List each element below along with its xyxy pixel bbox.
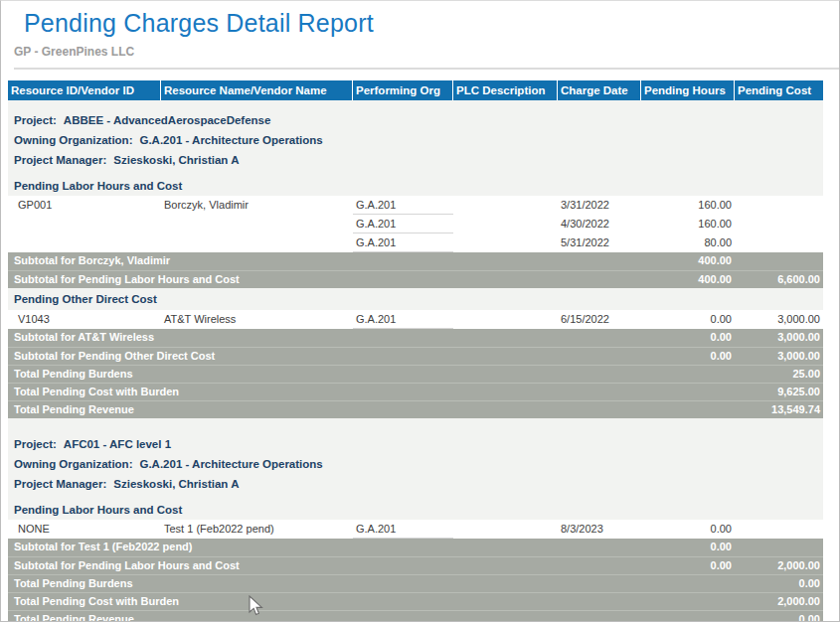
cell-resource-id: GP001	[8, 196, 161, 215]
cell-pending-hours: 0.00	[641, 520, 735, 539]
owning-org-row: Owning Organization:G.A.201 - Architectu…	[8, 454, 823, 474]
cell-charge-date: 5/31/2022	[558, 233, 641, 252]
cell-resource-name: AT&T Wireless	[161, 310, 353, 329]
total-cost: 25.00	[735, 366, 823, 383]
cell-plc-description	[453, 196, 558, 215]
subtotal-label: Subtotal for Test 1 (Feb2022 pend)	[8, 539, 641, 556]
labor-detail-row: NONE Test 1 (Feb2022 pend) G.A.201 8/3/2…	[8, 520, 823, 539]
cell-plc-description	[453, 215, 558, 233]
table-header-row: Resource ID/Vendor ID Resource Name/Vend…	[8, 80, 823, 100]
subtotal-label: Subtotal for Borczyk, Vladimir	[8, 252, 641, 270]
project-manager-row: Project Manager:Szieskoski, Christian A	[8, 150, 823, 170]
total-cost: 2,000.00	[735, 593, 823, 610]
project-section-header: Project:ABBEE - AdvancedAerospaceDefense…	[8, 100, 823, 170]
project-manager-value: Szieskoski, Christian A	[113, 478, 239, 490]
project-value: ABBEE - AdvancedAerospaceDefense	[64, 114, 271, 126]
section-label-pending-labor: Pending Labor Hours and Cost	[8, 500, 823, 520]
total-row: Total Pending Revenue 0.00	[8, 610, 823, 622]
labor-detail-row: G.A.201 5/31/2022 80.00	[8, 233, 823, 252]
cell-resource-name: Test 1 (Feb2022 pend)	[161, 520, 353, 539]
cell-plc-description	[453, 233, 558, 252]
cell-plc-description	[453, 520, 558, 539]
labor-detail-row: GP001 Borczyk, Vladimir G.A.201 3/31/202…	[8, 196, 823, 215]
cell-performing-org: G.A.201	[353, 310, 453, 329]
project-manager-label: Project Manager:	[14, 154, 106, 166]
subtotal-hours: 0.00	[641, 557, 735, 574]
cell-pending-cost	[735, 215, 823, 233]
cell-pending-cost	[735, 196, 823, 215]
subtotal-label: Subtotal for AT&T Wireless	[8, 329, 641, 347]
subtotal-cost	[735, 252, 823, 270]
total-hours	[641, 384, 735, 400]
subtotal-hours: 400.00	[641, 252, 735, 270]
total-hours	[641, 593, 735, 610]
cell-pending-hours: 160.00	[641, 196, 735, 215]
subtotal-cost: 6,600.00	[735, 271, 823, 288]
total-cost: 13,549.74	[735, 401, 823, 418]
cell-performing-org: G.A.201	[353, 196, 453, 215]
column-header-performing-org: Performing Org	[353, 80, 453, 100]
column-header-plc-description: PLC Description	[453, 80, 558, 100]
total-cost: 0.00	[735, 611, 823, 622]
total-row: Total Pending Cost with Burden 9,625.00	[8, 383, 823, 400]
column-header-pending-hours: Pending Hours	[641, 80, 735, 100]
cell-performing-org: G.A.201	[353, 233, 453, 252]
subtotal-row: Subtotal for Pending Labor Hours and Cos…	[8, 556, 823, 574]
owning-org-label: Owning Organization:	[14, 458, 132, 470]
total-row: Total Pending Burdens 25.00	[8, 365, 823, 383]
column-header-resource-id: Resource ID/Vendor ID	[8, 80, 161, 100]
total-hours	[641, 401, 735, 418]
project-manager-value: Szieskoski, Christian A	[113, 154, 239, 166]
section-label-pending-odc: Pending Other Direct Cost	[8, 288, 823, 310]
total-hours	[641, 366, 735, 383]
total-row: Total Pending Cost with Burden 2,000.00	[8, 592, 823, 610]
report-table: Resource ID/Vendor ID Resource Name/Vend…	[8, 70, 823, 622]
cell-resource-name	[161, 215, 353, 233]
total-label: Total Pending Cost with Burden	[8, 593, 641, 610]
subtotal-row: Subtotal for AT&T Wireless 0.00 3,000.00	[8, 329, 823, 347]
column-header-resource-name: Resource Name/Vendor Name	[161, 80, 353, 100]
subtotal-cost: 2,000.00	[735, 557, 823, 574]
cell-pending-hours: 0.00	[641, 310, 735, 329]
total-hours	[641, 611, 735, 622]
project-id-row: Project:AFC01 - AFC level 1	[8, 434, 823, 454]
subtotal-row: Subtotal for Pending Other Direct Cost 0…	[8, 347, 823, 365]
owning-org-row: Owning Organization:G.A.201 - Architectu…	[8, 130, 823, 150]
section-label-pending-labor: Pending Labor Hours and Cost	[8, 176, 823, 196]
total-label: Total Pending Burdens	[8, 575, 641, 592]
cell-pending-cost	[735, 233, 823, 252]
odc-detail-row: V1043 AT&T Wireless G.A.201 6/15/2022 0.…	[8, 310, 823, 329]
total-label: Total Pending Burdens	[8, 366, 641, 383]
total-cost: 0.00	[735, 575, 823, 592]
cell-charge-date: 4/30/2022	[558, 215, 641, 233]
cell-charge-date: 8/3/2023	[558, 520, 641, 539]
total-label: Total Pending Revenue	[8, 401, 641, 418]
labor-detail-row: G.A.201 4/30/2022 160.00	[8, 215, 823, 233]
project-label: Project:	[14, 114, 57, 126]
project-manager-row: Project Manager:Szieskoski, Christian A	[8, 474, 823, 494]
company-subtitle: GP - GreenPines LLC	[14, 45, 840, 70]
subtotal-cost: 3,000.00	[735, 329, 823, 347]
subtotal-hours: 0.00	[641, 348, 735, 365]
subtotal-hours: 0.00	[641, 329, 735, 347]
column-header-pending-cost: Pending Cost	[735, 80, 823, 100]
total-hours	[641, 575, 735, 592]
total-label: Total Pending Cost with Burden	[8, 384, 641, 400]
column-header-charge-date: Charge Date	[558, 80, 641, 100]
subtotal-hours: 400.00	[641, 271, 735, 288]
owning-org-value: G.A.201 - Architecture Operations	[139, 458, 322, 470]
cell-pending-hours: 80.00	[641, 233, 735, 252]
subtotal-label: Subtotal for Pending Other Direct Cost	[8, 348, 641, 365]
cell-resource-name: Borczyk, Vladimir	[161, 196, 353, 215]
cell-pending-hours: 160.00	[641, 215, 735, 233]
subtotal-cost	[735, 539, 823, 556]
total-row: Total Pending Revenue 13,549.74	[8, 400, 823, 418]
cell-plc-description	[453, 310, 558, 329]
subtotal-row: Subtotal for Borczyk, Vladimir 400.00	[8, 252, 823, 270]
cell-resource-id: NONE	[8, 520, 161, 539]
subtotal-hours: 0.00	[641, 539, 735, 556]
report-body: Project:ABBEE - AdvancedAerospaceDefense…	[8, 100, 823, 622]
cell-performing-org: G.A.201	[353, 520, 453, 539]
subtotal-label: Subtotal for Pending Labor Hours and Cos…	[8, 557, 641, 574]
cell-resource-name	[161, 233, 353, 252]
